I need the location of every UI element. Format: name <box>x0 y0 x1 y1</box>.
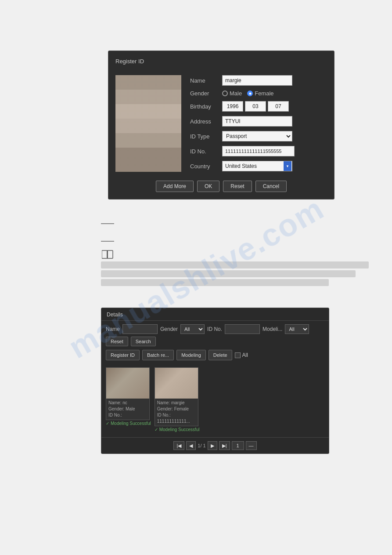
note-bar-1 <box>101 261 369 268</box>
country-row: Country United States China Other <box>190 161 327 171</box>
details-toolbar: Name Gender All Male Female ID No. Model… <box>101 321 329 350</box>
action-delete[interactable]: Delete <box>209 350 232 360</box>
all-checkbox[interactable] <box>235 352 241 358</box>
details-panel: Details Name Gender All Male Female ID N… <box>101 308 329 454</box>
action-batch-re[interactable]: Batch re... <box>142 350 174 360</box>
card-2-idno: ID No.: 111111111111... <box>157 412 196 424</box>
toolbar-modeling-select[interactable]: All Successful Failed <box>285 324 309 334</box>
note-bars <box>101 261 369 286</box>
card-2-gender: Gender: Female <box>157 406 196 412</box>
person-card-1[interactable]: Name: nc Gender: Male ID No.: ✓ Modeling… <box>106 367 151 434</box>
page-jump-input[interactable] <box>232 441 244 450</box>
id-type-select[interactable]: Passport ID Card Driver License <box>222 131 292 141</box>
gender-label: Gender <box>190 90 219 97</box>
add-more-button[interactable]: Add More <box>156 181 194 192</box>
card-2-status-text: Modeling Successful <box>159 427 200 432</box>
name-input[interactable] <box>222 75 292 86</box>
card-1-info: Name: nc Gender: Male ID No.: <box>106 399 149 420</box>
card-1-check-icon: ✓ <box>106 421 109 426</box>
form-area: Name Gender Male Female <box>190 75 327 172</box>
book-icon <box>101 249 114 260</box>
card-1-name: Name: nc <box>108 400 147 406</box>
pagination: |◀ ◀ 1/ 1 ▶ ▶| — <box>101 437 329 453</box>
details-title: Details <box>101 308 329 321</box>
toolbar-gender-label: Gender <box>160 326 178 332</box>
birthday-day-input[interactable] <box>268 101 289 112</box>
page-next-button[interactable]: ▶ <box>208 441 217 450</box>
birthday-year-input[interactable] <box>222 101 243 112</box>
toolbar-search-button[interactable]: Search <box>131 337 156 346</box>
toolbar-reset-button[interactable]: Reset <box>106 337 128 346</box>
card-2-inner[interactable]: Name: margie Gender: Female ID No.: 1111… <box>155 367 198 426</box>
action-register-id[interactable]: Register ID <box>106 350 140 360</box>
birthday-month-input[interactable] <box>245 101 266 112</box>
name-label: Name <box>190 77 219 84</box>
country-select[interactable]: United States China Other <box>222 161 292 171</box>
person-card-2[interactable]: Name: margie Gender: Female ID No.: 1111… <box>155 367 200 434</box>
card-1-gender: Gender: Male <box>108 406 147 412</box>
card-2-photo-bg <box>155 368 198 399</box>
card-1-photo-bg <box>106 368 149 399</box>
gender-male-radio[interactable] <box>222 91 228 96</box>
dialog-body: Name Gender Male Female <box>115 75 327 172</box>
country-select-wrapper: United States China Other <box>222 161 292 171</box>
photo-image <box>115 75 181 172</box>
birthday-row: Birthday <box>190 101 327 112</box>
page-prev-button[interactable]: ◀ <box>186 441 196 450</box>
page-first-button[interactable]: |◀ <box>173 441 184 450</box>
cards-area: Name: nc Gender: Male ID No.: ✓ Modeling… <box>101 364 329 437</box>
card-2-photo <box>155 368 198 399</box>
cancel-button[interactable]: Cancel <box>255 181 287 192</box>
id-no-input[interactable] <box>222 146 295 156</box>
all-label: All <box>242 352 248 358</box>
id-type-row: ID Type Passport ID Card Driver License <box>190 131 327 141</box>
id-type-label: ID Type <box>190 133 219 140</box>
address-input[interactable] <box>222 116 292 127</box>
gender-group: Male Female <box>222 90 274 97</box>
svg-rect-1 <box>108 250 113 258</box>
gender-male-option[interactable]: Male <box>222 90 242 97</box>
toolbar-modeling-label: Modeli... <box>263 326 282 332</box>
page-last-button[interactable]: ▶| <box>219 441 230 450</box>
photo-area[interactable] <box>115 75 181 172</box>
toolbar-gender-select[interactable]: All Male Female <box>180 324 205 334</box>
address-row: Address <box>190 116 327 127</box>
all-checkbox-area[interactable]: All <box>235 352 248 358</box>
card-1-status-text: Modeling Successful <box>111 421 151 426</box>
details-actions: Register ID Batch re... Modeling Delete … <box>101 350 329 364</box>
card-2-check-icon: ✓ <box>155 427 158 432</box>
id-no-row: ID No. <box>190 146 327 156</box>
note-bar-3 <box>101 279 329 286</box>
card-2-info: Name: margie Gender: Female ID No.: 1111… <box>155 399 198 426</box>
name-row: Name <box>190 75 327 86</box>
card-1-photo <box>106 368 149 399</box>
reset-button[interactable]: Reset <box>223 181 252 192</box>
page-container: manualshlive.com Register ID Name Gender <box>0 0 392 555</box>
country-label: Country <box>190 163 219 170</box>
separator-line-2 <box>101 241 114 242</box>
page-jump-button[interactable]: — <box>246 441 257 450</box>
book-icon-area <box>101 249 114 260</box>
birthday-group <box>222 101 289 112</box>
birthday-label: Birthday <box>190 103 219 110</box>
card-1-inner[interactable]: Name: nc Gender: Male ID No.: <box>106 367 150 420</box>
action-modeling[interactable]: Modeling <box>176 350 206 360</box>
dialog-title: Register ID <box>115 58 327 68</box>
gender-male-label: Male <box>230 90 242 97</box>
svg-rect-0 <box>102 250 107 258</box>
card-1-idno: ID No.: <box>108 412 147 418</box>
card-2-name: Name: margie <box>157 400 196 406</box>
gender-female-option[interactable]: Female <box>247 90 273 97</box>
dialog-buttons: Add More OK Reset Cancel <box>115 181 327 192</box>
toolbar-name-label: Name <box>106 326 120 332</box>
gender-row: Gender Male Female <box>190 90 327 97</box>
toolbar-name-input[interactable] <box>122 324 158 334</box>
note-bar-2 <box>101 270 356 277</box>
card-2-status: ✓ Modeling Successful <box>155 426 200 434</box>
toolbar-idno-input[interactable] <box>225 324 260 334</box>
ok-button[interactable]: OK <box>197 181 219 192</box>
book-svg <box>102 250 113 259</box>
toolbar-idno-label: ID No. <box>207 326 222 332</box>
address-label: Address <box>190 118 219 125</box>
gender-female-radio[interactable] <box>247 91 253 96</box>
